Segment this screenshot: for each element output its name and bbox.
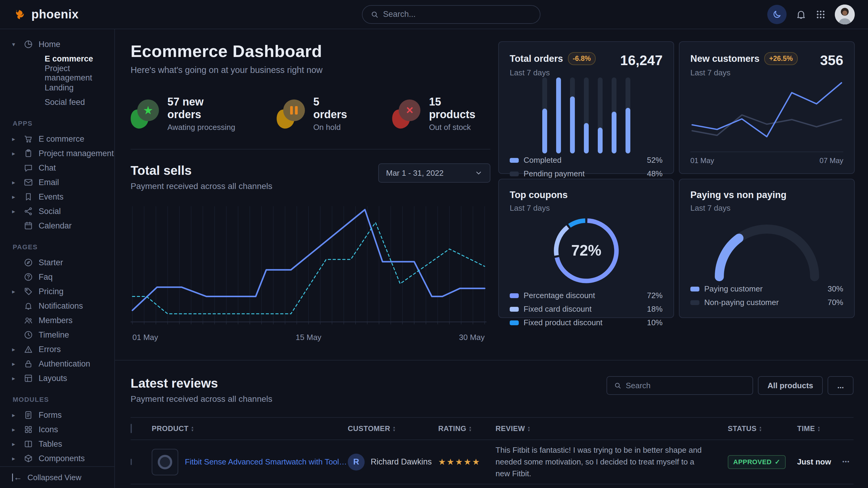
legend-chip bbox=[510, 293, 519, 298]
sidebar-item-forms[interactable]: ▸Forms bbox=[12, 408, 109, 422]
pie-icon bbox=[24, 39, 34, 50]
product-image bbox=[152, 449, 178, 475]
sidebar-item-label: Chat bbox=[39, 163, 56, 173]
sidebar-item-e-commerce[interactable]: ▸E commerce bbox=[12, 132, 109, 146]
column-header-status[interactable]: STATUS▴▾ bbox=[728, 424, 797, 433]
box-icon bbox=[24, 453, 34, 464]
moon-icon bbox=[772, 10, 782, 19]
sidebar-item-email[interactable]: ▸Email bbox=[12, 175, 109, 190]
sidebar-subitem-project-management[interactable]: Project management bbox=[12, 66, 109, 80]
reviews-search[interactable] bbox=[607, 376, 753, 395]
table-menu-button[interactable]: ... bbox=[828, 376, 854, 395]
row-checkbox-cell bbox=[131, 459, 152, 465]
coupons-donut-chart: 72% bbox=[548, 213, 624, 289]
sidebar-item-label: Layouts bbox=[39, 374, 67, 383]
reviews-search-input[interactable] bbox=[626, 381, 746, 390]
sidebar-item-events[interactable]: ▸Events bbox=[12, 190, 109, 204]
clipboard-icon bbox=[24, 148, 34, 159]
orders-bar-chart bbox=[541, 77, 631, 154]
column-header-review[interactable]: REVIEW▴▾ bbox=[496, 424, 728, 433]
sidebar-item-social[interactable]: ▸Social bbox=[12, 204, 109, 219]
stat-red: ✕15 productsOut of stock bbox=[392, 96, 490, 132]
pause-icon bbox=[290, 106, 298, 115]
card-title: Total orders bbox=[510, 53, 563, 64]
caret-icon: ▸ bbox=[12, 150, 19, 157]
sidebar-item-chat[interactable]: Chat bbox=[12, 161, 109, 175]
notifications-button[interactable] bbox=[796, 9, 806, 20]
stat-text: 57 new ordersAwating processing bbox=[167, 96, 240, 132]
chat-icon bbox=[24, 163, 34, 173]
check-icon: ✓ bbox=[775, 458, 780, 466]
legend-value: 30% bbox=[828, 284, 843, 294]
sidebar-item-project-management[interactable]: ▸Project management bbox=[12, 146, 109, 161]
status-label: APPROVED bbox=[733, 458, 772, 466]
column-header-customer[interactable]: CUSTOMER▴▾ bbox=[348, 424, 438, 433]
column-header-product[interactable]: PRODUCT▴▾ bbox=[152, 424, 348, 433]
legend-value: 70% bbox=[828, 298, 843, 307]
sidebar-section-label: MODULES bbox=[13, 396, 109, 403]
search-input[interactable] bbox=[383, 10, 532, 19]
sidebar-item-layouts[interactable]: ▸Layouts bbox=[12, 371, 109, 386]
sidebar-item-label: Members bbox=[39, 316, 73, 325]
apps-menu-button[interactable] bbox=[815, 9, 826, 20]
card-period: Last 7 days bbox=[510, 68, 596, 77]
sidebar-item-calendar[interactable]: Calendar bbox=[12, 219, 109, 233]
brand-logo[interactable]: phoenix bbox=[13, 7, 79, 22]
change-badge: +26.5% bbox=[764, 52, 798, 65]
star-stat-icon: ★ bbox=[131, 99, 159, 128]
card-title: Top coupons bbox=[510, 190, 568, 200]
row-checkbox[interactable] bbox=[131, 459, 132, 465]
collapse-view-button[interactable]: ← Collapsed View bbox=[0, 466, 114, 488]
sidebar-item-starter[interactable]: Starter bbox=[12, 255, 109, 270]
date-range-select[interactable]: Mar 1 - 31, 2022 bbox=[378, 163, 490, 183]
legend-row: Paying customer30% bbox=[690, 282, 843, 296]
customer-cell: RRichard Dawkins bbox=[348, 454, 438, 470]
theme-toggle[interactable] bbox=[767, 5, 786, 24]
column-header-time[interactable]: TIME▴▾ bbox=[797, 424, 842, 433]
grid-icon bbox=[24, 424, 34, 435]
caret-icon: ▸ bbox=[12, 288, 19, 295]
divider bbox=[131, 149, 490, 150]
sidebar-subitem-landing[interactable]: Landing bbox=[12, 80, 109, 95]
legend-chip bbox=[510, 307, 519, 312]
sidebar-item-label: Tables bbox=[39, 440, 62, 449]
sidebar-item-pricing[interactable]: ▸Pricing bbox=[12, 284, 109, 299]
axis-label-start: 01 May bbox=[690, 157, 714, 165]
users-icon bbox=[24, 315, 34, 326]
sidebar-item-icons[interactable]: ▸Icons bbox=[12, 422, 109, 437]
apps-grid-icon bbox=[815, 9, 826, 20]
sidebar-item-home[interactable]: ▾Home bbox=[12, 37, 109, 52]
total-sells-chart: 01 May15 May30 May bbox=[131, 202, 487, 345]
x-icon: ✕ bbox=[406, 105, 414, 116]
sidebar-item-components[interactable]: ▸Components bbox=[12, 451, 109, 466]
legend-label: Paying customer bbox=[704, 284, 763, 294]
sidebar-item-errors[interactable]: ▸Errors bbox=[12, 342, 109, 357]
question-icon bbox=[24, 272, 34, 282]
card-title: New customers bbox=[690, 53, 760, 64]
user-avatar[interactable] bbox=[835, 4, 855, 24]
select-all-checkbox[interactable] bbox=[131, 424, 132, 433]
global-search[interactable] bbox=[362, 5, 540, 24]
sidebar-item-label: Components bbox=[39, 454, 85, 463]
sidebar-subitem-social-feed[interactable]: Social feed bbox=[12, 95, 109, 109]
caret-icon: ▸ bbox=[12, 208, 19, 215]
sidebar-item-label: Timeline bbox=[39, 330, 69, 340]
all-products-button[interactable]: All products bbox=[758, 376, 823, 395]
sidebar-item-timeline[interactable]: Timeline bbox=[12, 328, 109, 342]
card-value: 16,247 bbox=[620, 52, 662, 68]
column-header-rating[interactable]: RATING▴▾ bbox=[438, 424, 496, 433]
sidebar-item-label: Calendar bbox=[39, 221, 72, 231]
legend-chip bbox=[690, 300, 700, 305]
row-menu-button[interactable]: ••• bbox=[842, 459, 855, 465]
sidebar-item-authentication[interactable]: ▸Authentication bbox=[12, 357, 109, 371]
sidebar-item-notifications[interactable]: Notifications bbox=[12, 299, 109, 313]
paying-card: Paying vs non paying Last 7 days Paying … bbox=[679, 179, 855, 318]
sidebar-item-label: Forms bbox=[39, 411, 62, 420]
sidebar-item-tables[interactable]: ▸Tables bbox=[12, 437, 109, 451]
product-link[interactable]: Fitbit Sense Advanced Smartwatch with To… bbox=[185, 457, 348, 466]
page-subtitle: Here's what's going on at your business … bbox=[131, 65, 490, 75]
sidebar-item-members[interactable]: Members bbox=[12, 313, 109, 328]
sidebar-item-faq[interactable]: Faq bbox=[12, 270, 109, 284]
sidebar-item-label: Starter bbox=[39, 258, 63, 267]
envelope-icon bbox=[24, 177, 34, 188]
